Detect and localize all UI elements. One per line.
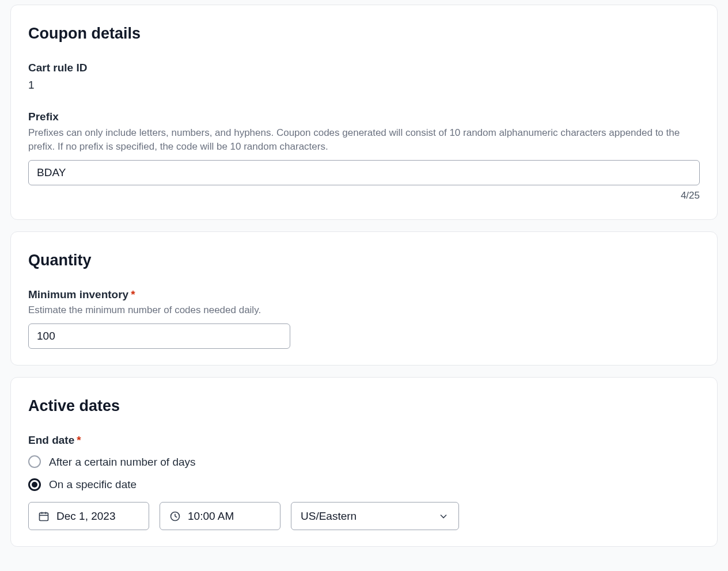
- end-date-label-text: End date: [28, 434, 74, 446]
- radio-specific-date-label: On a specific date: [49, 477, 136, 493]
- min-inventory-input[interactable]: [28, 323, 290, 349]
- cart-rule-id-field: Cart rule ID 1: [28, 60, 700, 93]
- min-inventory-field: Minimum inventory* Estimate the minimum …: [28, 287, 700, 349]
- coupon-details-title: Coupon details: [28, 22, 700, 45]
- prefix-char-count: 4/25: [28, 189, 700, 203]
- prefix-input[interactable]: [28, 160, 700, 185]
- radio-dot-icon: [32, 482, 37, 488]
- coupon-details-card: Coupon details Cart rule ID 1 Prefix Pre…: [10, 5, 718, 220]
- end-date-label: End date*: [28, 432, 700, 448]
- radio-specific-date[interactable]: On a specific date: [28, 477, 700, 493]
- prefix-label: Prefix: [28, 109, 700, 125]
- cart-rule-id-label: Cart rule ID: [28, 60, 700, 76]
- clock-icon: [169, 511, 181, 522]
- min-inventory-label-text: Minimum inventory: [28, 288, 128, 300]
- date-picker-value: Dec 1, 2023: [56, 508, 139, 524]
- radio-circle-icon: [28, 455, 41, 468]
- timezone-value: US/Eastern: [301, 508, 431, 524]
- chevron-down-icon: [438, 511, 449, 522]
- timezone-select[interactable]: US/Eastern: [291, 502, 459, 531]
- quantity-title: Quantity: [28, 249, 700, 272]
- time-picker[interactable]: 10:00 AM: [160, 502, 280, 531]
- end-date-field: End date* After a certain number of days…: [28, 432, 700, 530]
- radio-circle-selected-icon: [28, 478, 41, 491]
- required-asterisk: *: [77, 434, 81, 446]
- quantity-card: Quantity Minimum inventory* Estimate the…: [10, 231, 718, 366]
- time-picker-value: 10:00 AM: [188, 508, 271, 524]
- radio-after-days-label: After a certain number of days: [49, 454, 196, 470]
- calendar-icon: [38, 511, 50, 522]
- min-inventory-label: Minimum inventory*: [28, 287, 700, 303]
- date-time-controls: Dec 1, 2023 10:00 AM US/Eastern: [28, 502, 700, 531]
- min-inventory-help: Estimate the minimum number of codes nee…: [28, 303, 700, 318]
- svg-rect-0: [40, 513, 48, 520]
- end-date-radio-group: After a certain number of days On a spec…: [28, 454, 700, 493]
- active-dates-card: Active dates End date* After a certain n…: [10, 377, 718, 547]
- date-picker[interactable]: Dec 1, 2023: [28, 502, 149, 531]
- svg-line-6: [175, 516, 177, 517]
- radio-after-days[interactable]: After a certain number of days: [28, 454, 700, 470]
- cart-rule-id-value: 1: [28, 77, 700, 93]
- prefix-help: Prefixes can only include letters, numbe…: [28, 126, 700, 154]
- prefix-field: Prefix Prefixes can only include letters…: [28, 109, 700, 203]
- required-asterisk: *: [131, 288, 135, 300]
- active-dates-title: Active dates: [28, 395, 700, 417]
